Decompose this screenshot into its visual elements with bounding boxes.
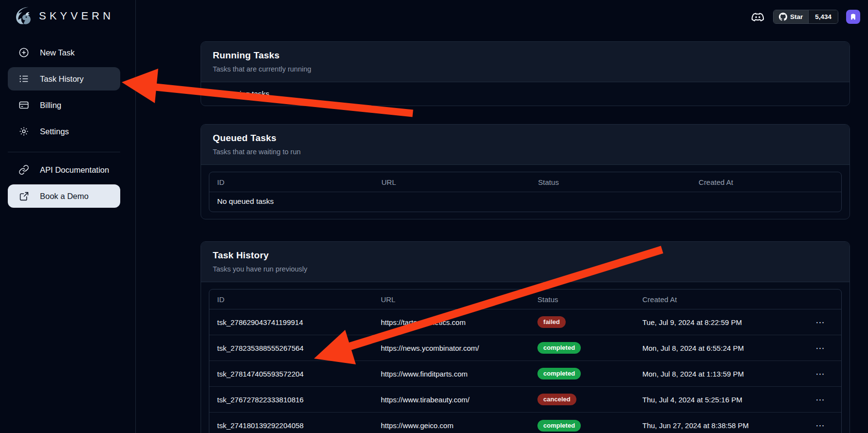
- external-link-icon: [18, 191, 29, 201]
- github-icon: [779, 13, 787, 21]
- card-subtitle: Tasks that are waiting to run: [213, 148, 838, 156]
- sidebar-item-label: API Documentation: [40, 165, 109, 175]
- app-window: SKYVERN New Task Task History Billing: [0, 0, 868, 433]
- column-header-url: URL: [373, 178, 530, 186]
- card-title: Running Tasks: [213, 50, 838, 61]
- link-icon: [18, 164, 29, 175]
- table-row[interactable]: tsk_274180139292204058 https://www.geico…: [209, 413, 841, 433]
- sidebar-item-label: Billing: [40, 101, 61, 110]
- column-header-status: Status: [530, 178, 691, 186]
- status-badge: completed: [537, 342, 581, 354]
- sidebar-divider: [8, 152, 120, 152]
- created-at-cell: Thu, Jun 27, 2024 at 8:38:58 PM: [635, 421, 800, 430]
- table-header-row: ID URL Status Created At: [209, 172, 841, 192]
- sidebar-item-label: Book a Demo: [40, 192, 89, 201]
- task-url-cell: https://www.geico.com: [373, 421, 530, 430]
- table-row[interactable]: tsk_276727822333810816 https://www.tirab…: [209, 387, 841, 413]
- task-url-cell: https://tartecosmetics.com: [373, 318, 530, 326]
- building-icon: [850, 13, 857, 20]
- sidebar-item-task-history[interactable]: Task History: [8, 67, 120, 90]
- column-header-url: URL: [373, 295, 530, 304]
- brand-name: SKYVERN: [39, 10, 114, 22]
- task-url-cell: https://www.tirabeauty.com/: [373, 396, 530, 404]
- card-subtitle: Tasks that are currently running: [213, 65, 838, 73]
- organization-avatar[interactable]: [846, 10, 860, 24]
- created-at-cell: Mon, Jul 8, 2024 at 6:55:24 PM: [635, 344, 800, 352]
- card-title: Queued Tasks: [213, 133, 838, 144]
- running-tasks-header: Running Tasks Tasks that are currently r…: [201, 42, 850, 82]
- github-star-label: Star: [790, 13, 803, 20]
- running-tasks-card: Running Tasks Tasks that are currently r…: [201, 41, 850, 106]
- sidebar-item-label: Settings: [40, 127, 69, 136]
- sidebar-item-book-a-demo[interactable]: Book a Demo: [8, 184, 120, 208]
- sidebar: SKYVERN New Task Task History Billing: [0, 0, 136, 433]
- column-header-id: ID: [209, 295, 373, 304]
- brand-logo: SKYVERN: [0, 0, 135, 28]
- sidebar-item-billing[interactable]: Billing: [8, 93, 120, 117]
- row-actions-menu-button[interactable]: ⋯: [813, 420, 829, 431]
- created-at-cell: Thu, Jul 4, 2024 at 5:25:16 PM: [635, 396, 800, 404]
- task-history-card: Task History Tasks you have run previous…: [201, 241, 850, 433]
- sidebar-item-settings[interactable]: Settings: [8, 120, 120, 143]
- task-id-cell: tsk_274180139292204058: [209, 421, 373, 430]
- table-row[interactable]: tsk_278235388555267564 https://news.ycom…: [209, 335, 841, 361]
- sidebar-item-api-documentation[interactable]: API Documentation: [8, 158, 120, 181]
- task-history-table: ID URL Status Created At tsk_27862904374…: [209, 289, 842, 433]
- queued-tasks-table: ID URL Status Created At No queued tasks: [209, 172, 842, 212]
- status-badge: canceled: [537, 394, 576, 405]
- main-content: Running Tasks Tasks that are currently r…: [201, 41, 850, 433]
- row-actions-menu-button[interactable]: ⋯: [813, 317, 829, 328]
- row-actions-menu-button[interactable]: ⋯: [813, 343, 829, 354]
- sidebar-nav: New Task Task History Billing: [0, 41, 135, 211]
- queued-tasks-card: Queued Tasks Tasks that are waiting to r…: [201, 124, 850, 219]
- task-id-cell: tsk_278235388555267564: [209, 344, 373, 352]
- sidebar-item-new-task[interactable]: New Task: [8, 41, 120, 64]
- task-id-cell: tsk_278147405593572204: [209, 370, 373, 378]
- status-badge: failed: [537, 316, 566, 328]
- topbar: Star 5,434 Sk: [750, 7, 868, 26]
- sidebar-item-label: Task History: [40, 74, 84, 84]
- github-star-widget: Star 5,434: [773, 10, 838, 24]
- column-header-created-at: Created At: [691, 178, 841, 186]
- gear-icon: [18, 126, 29, 137]
- running-tasks-empty-state: No running tasks: [201, 82, 850, 106]
- credit-card-icon: [18, 100, 29, 110]
- task-url-cell: https://news.ycombinator.com/: [373, 344, 530, 352]
- queued-tasks-header: Queued Tasks Tasks that are waiting to r…: [201, 125, 850, 165]
- row-actions-menu-button[interactable]: ⋯: [813, 368, 829, 379]
- github-star-count[interactable]: 5,434: [808, 10, 838, 23]
- column-header-id: ID: [209, 178, 373, 186]
- queued-tasks-empty-state: No queued tasks: [209, 192, 841, 212]
- task-id-cell: tsk_278629043741199914: [209, 318, 373, 326]
- column-header-created-at: Created At: [635, 295, 800, 304]
- task-url-cell: https://www.finditparts.com: [373, 370, 530, 378]
- created-at-cell: Mon, Jul 8, 2024 at 1:13:59 PM: [635, 370, 800, 378]
- status-badge: completed: [537, 420, 581, 432]
- card-subtitle: Tasks you have run previously: [213, 265, 838, 273]
- status-badge: completed: [537, 368, 581, 379]
- circle-plus-icon: [18, 47, 29, 58]
- task-id-cell: tsk_276727822333810816: [209, 396, 373, 404]
- created-at-cell: Tue, Jul 9, 2024 at 8:22:59 PM: [635, 318, 800, 326]
- table-row[interactable]: tsk_278147405593572204 https://www.findi…: [209, 361, 841, 387]
- skyvern-dragon-icon: [12, 5, 34, 27]
- discord-icon[interactable]: [750, 9, 765, 24]
- column-header-status: Status: [530, 295, 634, 304]
- sidebar-item-label: New Task: [40, 48, 74, 57]
- github-star-button[interactable]: Star: [774, 10, 808, 23]
- task-history-header: Task History Tasks you have run previous…: [201, 242, 850, 282]
- card-title: Task History: [213, 250, 838, 261]
- list-icon: [18, 73, 29, 84]
- table-header-row: ID URL Status Created At: [209, 289, 841, 309]
- table-row[interactable]: tsk_278629043741199914 https://tartecosm…: [209, 309, 841, 335]
- row-actions-menu-button[interactable]: ⋯: [813, 394, 829, 405]
